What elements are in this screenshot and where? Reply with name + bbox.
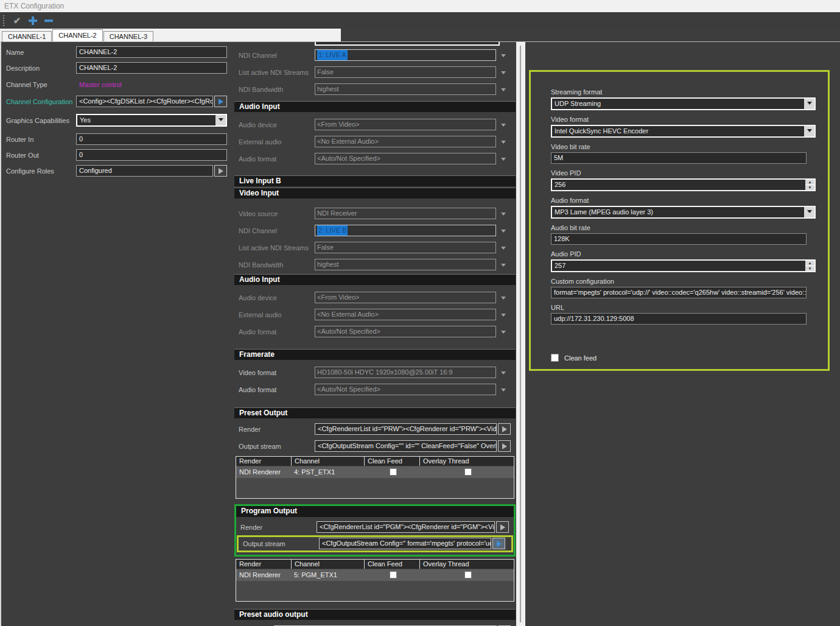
name-label: Name [6,49,76,56]
clean-feed-checkbox[interactable] [390,571,397,579]
video-source-b-select[interactable]: NDI Receiver [315,208,496,219]
audio-device-a-select[interactable]: <From Video> [315,119,496,130]
preset-output-stream-open-button[interactable] [498,440,511,452]
external-audio-a-select[interactable]: <No External Audio> [315,136,496,147]
framerate-audio-format-row: Audio format <Auto/Not Specified> [239,384,511,395]
configure-roles-open-button[interactable] [214,165,227,177]
combo-value: highest [317,259,338,270]
framerate-video-format-select[interactable]: HD1080-50i HDYC 1920x1080@25.00iT 16:9 [315,367,496,378]
table-row[interactable]: NDI Renderer 4: PST_ETX1 [236,466,514,478]
confirm-button[interactable]: ✔ [10,15,24,27]
ndi-bandwidth-a-select[interactable]: highest [315,83,496,95]
graphics-capabilities-select[interactable]: Yes [76,114,227,127]
ndi-channel-b-select[interactable]: 2: LIVE B [315,225,496,236]
program-output-stream-input[interactable]: <CfgOutputStream Config=" format='mpegts… [319,538,491,549]
ndi-channel-b-row: NDI Channel 2: LIVE B [239,225,511,236]
table-header-row: Render Channel Clean Feed Overlay Thread [236,560,514,569]
combo-value: <From Video> [317,292,360,303]
stepper-buttons: ▲ ▼ [805,180,814,190]
tab-channel-1[interactable]: CHANNEL-1 [2,31,52,41]
streaming-format-select[interactable]: UDP Streaming [551,97,816,110]
ndi-bandwidth-b-select[interactable]: highest [315,259,496,270]
video-pid-label: Video PID [551,169,828,177]
combo-value: HD1080-50i HDYC 1920x1080@25.00iT 16:9 [317,367,453,378]
audio-format-b-select[interactable]: <Auto/Not Specified> [315,326,496,337]
spin-down-icon[interactable]: ▼ [805,185,814,190]
external-audio-b-select[interactable]: <No External Audio> [315,309,496,320]
description-row: Description CHANNEL-2 [6,62,227,74]
vertical-scrollbar[interactable] [516,42,525,626]
ndi-channel-a-select[interactable]: 1: LIVE A [315,49,496,61]
add-channel-button[interactable] [26,15,40,27]
list-active-ndi-a-row: List active NDI Streams False [239,66,511,78]
program-output-stream-open-button[interactable] [492,538,505,549]
router-out-row: Router Out 0 [6,149,227,161]
scrollbar-thumb[interactable] [520,46,521,622]
program-render-row: Render <CfgRendererList id="PGM"><CfgRen… [240,521,509,533]
stepper-value: 257 [552,261,805,271]
col-clean-feed: Clean Feed [364,560,419,569]
chevron-down-icon[interactable] [215,115,226,125]
preset-output-stream-input[interactable]: <CfgOutputStream Config="" id="" CleanFe… [315,440,497,452]
chevron-down-icon[interactable] [804,207,814,217]
minus-icon [44,19,53,22]
channel-configuration-input[interactable]: <Config><CfgDSKList /><CfgRouter><CfgRou… [76,96,213,107]
clean-feed-checkbox[interactable] [551,354,559,362]
table-row[interactable]: NDI Renderer 5: PGM_ETX1 [236,569,514,581]
chevron-down-icon[interactable] [804,126,814,136]
list-active-ndi-b-select[interactable]: False [315,242,496,253]
output-stream-label: Output stream [243,540,319,547]
output-stream-highlight: Output stream <CfgOutputStream Config=" … [237,535,513,552]
preset-render-open-button[interactable] [498,423,511,435]
router-out-input[interactable]: 0 [76,149,227,161]
overlay-thread-checkbox[interactable] [464,468,472,476]
ndi-bandwidth-a-row: NDI Bandwidth highest [239,83,511,95]
router-in-input[interactable]: 0 [76,133,227,145]
window-title-bar: ETX Configuration [0,0,840,12]
spin-down-icon[interactable]: ▼ [805,266,814,271]
channel-configuration-row: Channel Configuration <Config><CfgDSKLis… [6,96,227,107]
url-input[interactable]: udp://172.31.230.129:5008 [551,313,807,325]
chevron-down-icon[interactable] [496,227,511,235]
stepper-buttons: ▲ ▼ [805,261,814,271]
input-output-settings-panel: NDI Channel 1: LIVE A List active NDI St… [234,42,516,626]
audio-input-a-header: Audio Input [234,101,516,112]
video-format-select[interactable]: Intel QuickSync HEVC Encoder [551,125,816,138]
clean-feed-checkbox[interactable] [390,468,397,476]
chevron-down-icon [496,244,511,252]
framerate-audio-format-select[interactable]: <Auto/Not Specified> [315,384,496,395]
custom-configuration-input[interactable]: format='mpegts' protocol='udp://' video:… [551,287,807,298]
audio-pid-stepper[interactable]: 257 ▲ ▼ [551,259,816,272]
channel-configuration-open-button[interactable] [214,96,227,107]
video-bitrate-input[interactable]: 5M [551,152,807,164]
program-render-input[interactable]: <CfgRendererList id="PGM"><CfgRenderer i… [317,521,495,533]
spin-up-icon[interactable]: ▲ [805,180,814,185]
chevron-down-icon[interactable] [496,51,511,60]
tab-channel-3[interactable]: CHANNEL-3 [103,31,153,41]
video-pid-stepper[interactable]: 256 ▲ ▼ [551,178,816,191]
preset-render-input[interactable]: <CfgRendererList id="PRW"><CfgRenderer i… [315,423,497,435]
video-bitrate-label: Video bit rate [551,143,828,150]
combo-value: Intel QuickSync HEVC Encoder [552,126,804,136]
program-render-open-button[interactable] [496,521,509,533]
combo-value: NDI Receiver [317,208,357,219]
configure-roles-input[interactable]: Configured [76,165,213,177]
audio-bitrate-input[interactable]: 128K [551,233,807,245]
spin-up-icon[interactable]: ▲ [805,261,814,266]
chevron-down-icon[interactable] [804,99,814,109]
overlay-thread-checkbox[interactable] [464,571,472,579]
audio-format-select[interactable]: MP3 Lame (MPEG audio layer 3) [551,206,816,219]
tab-channel-2[interactable]: CHANNEL-2 [52,29,102,41]
name-input[interactable]: CHANNEL-2 [76,46,227,58]
list-active-ndi-a-select[interactable]: False [315,66,496,78]
toolbar-grip-handle[interactable] [3,15,5,26]
remove-channel-button[interactable] [42,15,55,27]
render-label: Render [239,426,315,433]
audio-device-b-select[interactable]: <From Video> [315,292,496,303]
ndi-channel-label: NDI Channel [239,52,315,59]
ndi-bandwidth-b-row: NDI Bandwidth highest [239,259,511,270]
audio-format-a-select[interactable]: <Auto/Not Specified> [315,153,496,164]
clean-feed-row: Clean feed [551,354,828,362]
preset-output-header: Preset Output [234,407,516,418]
description-input[interactable]: CHANNEL-2 [76,62,227,74]
